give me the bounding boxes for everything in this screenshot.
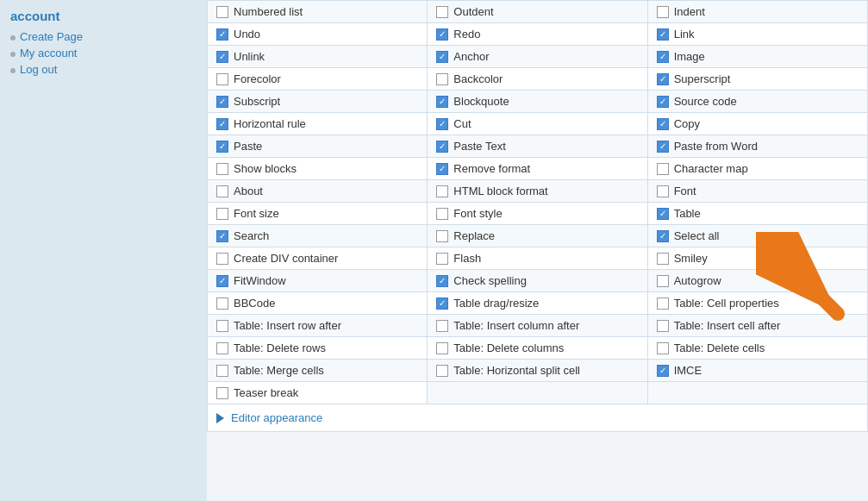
checkbox[interactable] <box>436 275 448 287</box>
expand-icon[interactable] <box>216 413 224 423</box>
checkbox[interactable] <box>657 73 669 85</box>
checkbox[interactable] <box>436 253 448 265</box>
checkbox[interactable] <box>657 365 669 377</box>
cell-content: Font style <box>436 207 638 220</box>
cell-content: Anchor <box>436 50 638 63</box>
cell-label: Horizontal rule <box>234 117 306 130</box>
checkbox[interactable] <box>436 208 448 220</box>
table-cell: Table: Cell properties <box>647 292 867 315</box>
checkbox[interactable] <box>436 141 448 153</box>
cell-content: Smiley <box>657 252 859 265</box>
table-cell <box>428 382 647 404</box>
checkbox[interactable] <box>657 163 669 175</box>
checkbox[interactable] <box>216 51 228 63</box>
checkbox[interactable] <box>216 297 228 310</box>
checkbox[interactable] <box>657 6 669 18</box>
sidebar-item-my-account[interactable]: My account <box>10 47 197 59</box>
cell-content: Table: Insert row after <box>216 319 418 332</box>
editor-appearance-link[interactable]: Editor appearance <box>231 411 322 424</box>
sidebar-item-create-page[interactable]: Create Page <box>10 30 197 43</box>
cell-label: Outdent <box>453 5 493 18</box>
cell-label: Teaser break <box>234 386 298 399</box>
cell-content: Search <box>216 229 418 242</box>
checkbox[interactable] <box>436 163 448 175</box>
cell-label: Table: Delete cells <box>674 341 765 354</box>
checkbox[interactable] <box>436 320 448 332</box>
table-cell: Table: Horizontal split cell <box>428 360 647 382</box>
checkbox[interactable] <box>657 253 669 265</box>
table-cell: Redo <box>428 23 647 46</box>
cell-label: Redo <box>453 28 480 41</box>
checkbox[interactable] <box>657 275 669 287</box>
checkbox[interactable] <box>436 51 448 63</box>
checkbox[interactable] <box>216 73 228 85</box>
checkbox[interactable] <box>216 6 228 18</box>
cell-label: Table: Horizontal split cell <box>453 364 580 377</box>
checkbox[interactable] <box>216 185 228 197</box>
cell-content: Table: Merge cells <box>216 364 418 377</box>
table-cell: Horizontal rule <box>208 113 428 135</box>
checkbox[interactable] <box>216 275 228 287</box>
checkbox[interactable] <box>436 118 448 130</box>
checkbox[interactable] <box>657 230 669 242</box>
checkbox[interactable] <box>216 320 228 332</box>
cell-content: Paste from Word <box>657 140 859 153</box>
checkbox[interactable] <box>216 141 228 153</box>
checkbox[interactable] <box>216 342 228 354</box>
checkbox[interactable] <box>216 230 228 242</box>
checkbox[interactable] <box>657 208 669 220</box>
checkbox[interactable] <box>436 365 448 377</box>
checkbox[interactable] <box>436 297 448 310</box>
checkbox[interactable] <box>657 51 669 63</box>
cell-content: Autogrow <box>657 274 859 287</box>
cell-content: Superscript <box>657 72 859 85</box>
checkbox[interactable] <box>216 163 228 175</box>
table-cell: Table: Delete rows <box>208 337 428 360</box>
cell-content: Paste <box>216 140 418 153</box>
checkbox[interactable] <box>657 185 669 197</box>
cell-label: Table: Insert row after <box>234 319 341 332</box>
checkbox[interactable] <box>657 297 669 310</box>
table-cell: Search <box>208 225 428 247</box>
checkbox[interactable] <box>216 253 228 265</box>
cell-content: Select all <box>657 229 859 242</box>
checkbox[interactable] <box>657 28 669 41</box>
cell-label: FitWindow <box>234 274 286 287</box>
checkbox[interactable] <box>436 6 448 18</box>
cell-label: Table: Insert cell after <box>674 319 781 332</box>
table-cell: Create DIV container <box>208 247 428 270</box>
checkbox[interactable] <box>216 387 228 399</box>
checkbox[interactable] <box>436 73 448 85</box>
cell-label: BBCode <box>234 297 275 310</box>
checkbox[interactable] <box>216 208 228 220</box>
checkbox[interactable] <box>216 28 228 41</box>
cell-label: Replace <box>453 229 495 242</box>
cell-content: Remove format <box>436 162 638 175</box>
checkbox[interactable] <box>436 185 448 197</box>
cell-label: Table <box>674 207 701 220</box>
cell-label: Image <box>674 50 705 63</box>
table-cell: Paste Text <box>428 135 647 158</box>
checkbox[interactable] <box>216 96 228 108</box>
checkbox[interactable] <box>436 342 448 354</box>
table-cell: Outdent <box>428 1 647 23</box>
checkbox[interactable] <box>216 118 228 130</box>
checkbox[interactable] <box>216 365 228 377</box>
checkbox[interactable] <box>436 230 448 242</box>
checkbox[interactable] <box>657 141 669 153</box>
checkbox[interactable] <box>657 320 669 332</box>
cell-label: Forecolor <box>234 72 281 85</box>
cell-content: Table: Insert column after <box>436 319 638 332</box>
checkbox[interactable] <box>657 118 669 130</box>
checkbox[interactable] <box>657 342 669 354</box>
table-cell: IMCE <box>647 360 867 382</box>
cell-label: Table: Delete rows <box>234 341 326 354</box>
checkbox[interactable] <box>657 96 669 108</box>
sidebar-item-log-out[interactable]: Log out <box>10 63 197 76</box>
cell-content: Horizontal rule <box>216 117 418 130</box>
checkbox[interactable] <box>436 96 448 108</box>
cell-content: Image <box>657 50 859 63</box>
cell-label: Font <box>674 185 696 197</box>
checkbox[interactable] <box>436 28 448 41</box>
cell-label: Table drag/resize <box>453 297 539 310</box>
